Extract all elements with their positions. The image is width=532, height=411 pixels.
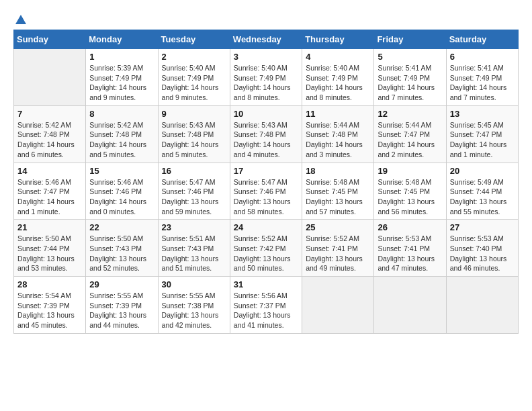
day-info: Sunrise: 5:49 AMSunset: 7:44 PMDaylight:…	[450, 177, 515, 217]
day-info: Sunrise: 5:40 AMSunset: 7:49 PMDaylight:…	[234, 63, 298, 103]
day-info: Sunrise: 5:46 AMSunset: 7:46 PMDaylight:…	[89, 177, 154, 217]
day-number: 22	[89, 222, 154, 232]
day-number: 9	[162, 109, 226, 119]
day-info: Sunrise: 5:53 AMSunset: 7:40 PMDaylight:…	[450, 234, 515, 273]
day-info: Sunrise: 5:48 AMSunset: 7:45 PMDaylight:…	[378, 177, 442, 217]
calendar-week-row: 28Sunrise: 5:54 AMSunset: 7:39 PMDayligh…	[14, 277, 519, 334]
day-info: Sunrise: 5:50 AMSunset: 7:43 PMDaylight:…	[89, 234, 154, 273]
day-info: Sunrise: 5:55 AMSunset: 7:39 PMDaylight:…	[89, 291, 154, 330]
day-info: Sunrise: 5:43 AMSunset: 7:48 PMDaylight:…	[234, 120, 298, 160]
calendar-cell	[302, 277, 374, 334]
day-info: Sunrise: 5:53 AMSunset: 7:41 PMDaylight:…	[378, 234, 442, 273]
logo	[13, 13, 28, 23]
page-header	[13, 13, 519, 23]
day-number: 3	[234, 52, 298, 62]
calendar-week-row: 21Sunrise: 5:50 AMSunset: 7:44 PMDayligh…	[14, 220, 519, 277]
day-number: 25	[306, 222, 370, 232]
calendar-cell: 4Sunrise: 5:40 AMSunset: 7:49 PMDaylight…	[302, 49, 374, 106]
day-info: Sunrise: 5:56 AMSunset: 7:37 PMDaylight:…	[234, 291, 298, 330]
calendar-cell: 11Sunrise: 5:44 AMSunset: 7:48 PMDayligh…	[302, 105, 374, 163]
calendar-cell	[374, 277, 446, 334]
day-header-thursday: Thursday	[302, 30, 374, 49]
day-info: Sunrise: 5:41 AMSunset: 7:49 PMDaylight:…	[450, 63, 515, 103]
calendar-cell: 16Sunrise: 5:47 AMSunset: 7:46 PMDayligh…	[158, 163, 230, 220]
day-info: Sunrise: 5:43 AMSunset: 7:48 PMDaylight:…	[162, 120, 226, 160]
day-header-saturday: Saturday	[446, 30, 518, 49]
day-info: Sunrise: 5:39 AMSunset: 7:49 PMDaylight:…	[89, 63, 154, 103]
calendar-cell: 22Sunrise: 5:50 AMSunset: 7:43 PMDayligh…	[86, 220, 158, 277]
day-info: Sunrise: 5:52 AMSunset: 7:42 PMDaylight:…	[234, 234, 298, 273]
day-info: Sunrise: 5:44 AMSunset: 7:47 PMDaylight:…	[378, 120, 442, 160]
day-info: Sunrise: 5:51 AMSunset: 7:43 PMDaylight:…	[162, 234, 226, 273]
calendar-cell: 29Sunrise: 5:55 AMSunset: 7:39 PMDayligh…	[86, 277, 158, 334]
day-number: 17	[234, 166, 298, 176]
calendar-cell: 30Sunrise: 5:55 AMSunset: 7:38 PMDayligh…	[158, 277, 230, 334]
day-info: Sunrise: 5:46 AMSunset: 7:47 PMDaylight:…	[17, 177, 82, 217]
day-info: Sunrise: 5:48 AMSunset: 7:45 PMDaylight:…	[306, 177, 370, 217]
day-number: 18	[306, 166, 370, 176]
day-info: Sunrise: 5:45 AMSunset: 7:47 PMDaylight:…	[450, 120, 515, 160]
calendar-cell: 8Sunrise: 5:42 AMSunset: 7:48 PMDaylight…	[86, 105, 158, 163]
day-info: Sunrise: 5:40 AMSunset: 7:49 PMDaylight:…	[306, 63, 370, 103]
day-header-wednesday: Wednesday	[230, 30, 302, 49]
day-number: 7	[17, 109, 82, 119]
day-header-sunday: Sunday	[14, 30, 86, 49]
calendar-cell	[446, 277, 518, 334]
day-number: 19	[378, 166, 442, 176]
day-info: Sunrise: 5:42 AMSunset: 7:48 PMDaylight:…	[89, 120, 154, 160]
calendar-cell: 10Sunrise: 5:43 AMSunset: 7:48 PMDayligh…	[230, 105, 302, 163]
day-info: Sunrise: 5:54 AMSunset: 7:39 PMDaylight:…	[17, 291, 82, 330]
calendar-cell: 24Sunrise: 5:52 AMSunset: 7:42 PMDayligh…	[230, 220, 302, 277]
day-number: 11	[306, 109, 370, 119]
calendar-cell: 1Sunrise: 5:39 AMSunset: 7:49 PMDaylight…	[86, 49, 158, 106]
calendar-cell: 27Sunrise: 5:53 AMSunset: 7:40 PMDayligh…	[446, 220, 518, 277]
calendar-cell: 23Sunrise: 5:51 AMSunset: 7:43 PMDayligh…	[158, 220, 230, 277]
day-number: 20	[450, 166, 515, 176]
calendar-cell: 17Sunrise: 5:47 AMSunset: 7:46 PMDayligh…	[230, 163, 302, 220]
calendar-cell: 21Sunrise: 5:50 AMSunset: 7:44 PMDayligh…	[14, 220, 86, 277]
day-number: 14	[17, 166, 82, 176]
calendar-cell: 28Sunrise: 5:54 AMSunset: 7:39 PMDayligh…	[14, 277, 86, 334]
day-header-monday: Monday	[86, 30, 158, 49]
logo-icon	[14, 13, 28, 26]
day-number: 30	[162, 279, 226, 289]
day-info: Sunrise: 5:40 AMSunset: 7:49 PMDaylight:…	[162, 63, 226, 103]
calendar-cell: 20Sunrise: 5:49 AMSunset: 7:44 PMDayligh…	[446, 163, 518, 220]
calendar-cell: 19Sunrise: 5:48 AMSunset: 7:45 PMDayligh…	[374, 163, 446, 220]
svg-marker-0	[15, 15, 26, 24]
calendar-cell: 2Sunrise: 5:40 AMSunset: 7:49 PMDaylight…	[158, 49, 230, 106]
day-number: 15	[89, 166, 154, 176]
calendar-cell: 5Sunrise: 5:41 AMSunset: 7:49 PMDaylight…	[374, 49, 446, 106]
calendar-week-row: 1Sunrise: 5:39 AMSunset: 7:49 PMDaylight…	[14, 49, 519, 106]
day-number: 8	[89, 109, 154, 119]
day-number: 28	[17, 279, 82, 289]
calendar-cell: 18Sunrise: 5:48 AMSunset: 7:45 PMDayligh…	[302, 163, 374, 220]
calendar-cell: 25Sunrise: 5:52 AMSunset: 7:41 PMDayligh…	[302, 220, 374, 277]
day-info: Sunrise: 5:44 AMSunset: 7:48 PMDaylight:…	[306, 120, 370, 160]
day-number: 21	[17, 222, 82, 232]
day-number: 12	[378, 109, 442, 119]
calendar-week-row: 7Sunrise: 5:42 AMSunset: 7:48 PMDaylight…	[14, 105, 519, 163]
calendar-cell: 13Sunrise: 5:45 AMSunset: 7:47 PMDayligh…	[446, 105, 518, 163]
calendar-cell: 6Sunrise: 5:41 AMSunset: 7:49 PMDaylight…	[446, 49, 518, 106]
day-number: 24	[234, 222, 298, 232]
calendar-header-row: SundayMondayTuesdayWednesdayThursdayFrid…	[14, 30, 519, 49]
calendar-cell: 31Sunrise: 5:56 AMSunset: 7:37 PMDayligh…	[230, 277, 302, 334]
day-number: 29	[89, 279, 154, 289]
calendar-cell: 14Sunrise: 5:46 AMSunset: 7:47 PMDayligh…	[14, 163, 86, 220]
calendar-cell: 26Sunrise: 5:53 AMSunset: 7:41 PMDayligh…	[374, 220, 446, 277]
day-number: 10	[234, 109, 298, 119]
day-header-friday: Friday	[374, 30, 446, 49]
calendar-cell: 7Sunrise: 5:42 AMSunset: 7:48 PMDaylight…	[14, 105, 86, 163]
calendar-cell: 3Sunrise: 5:40 AMSunset: 7:49 PMDaylight…	[230, 49, 302, 106]
day-number: 26	[378, 222, 442, 232]
day-info: Sunrise: 5:52 AMSunset: 7:41 PMDaylight:…	[306, 234, 370, 273]
day-number: 6	[450, 52, 515, 62]
day-number: 16	[162, 166, 226, 176]
calendar-cell	[14, 49, 86, 106]
day-number: 1	[89, 52, 154, 62]
day-number: 31	[234, 279, 298, 289]
day-info: Sunrise: 5:41 AMSunset: 7:49 PMDaylight:…	[378, 63, 442, 103]
calendar-cell: 12Sunrise: 5:44 AMSunset: 7:47 PMDayligh…	[374, 105, 446, 163]
day-info: Sunrise: 5:47 AMSunset: 7:46 PMDaylight:…	[234, 177, 298, 217]
